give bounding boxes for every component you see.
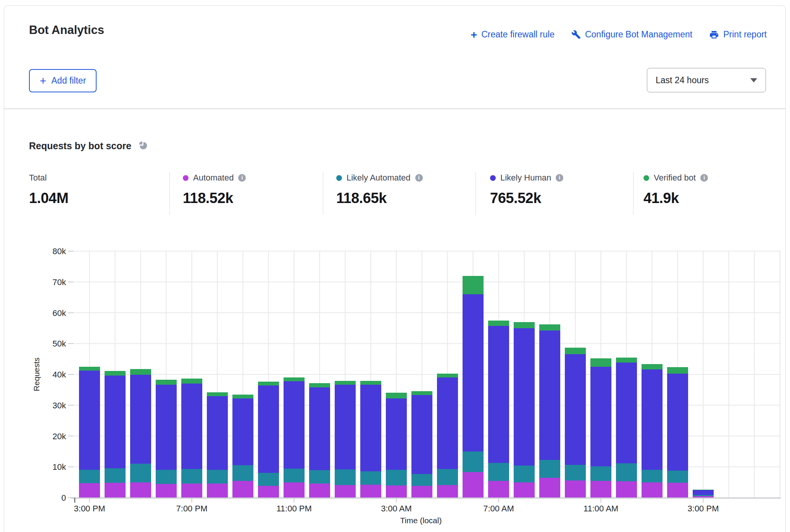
bar-segment[interactable] — [156, 385, 177, 470]
bar-segment[interactable] — [105, 468, 126, 483]
bar-segment[interactable] — [463, 472, 484, 498]
bar-segment[interactable] — [642, 369, 663, 469]
bar-segment[interactable] — [207, 484, 228, 498]
bar-segment[interactable] — [335, 469, 356, 485]
bar-segment[interactable] — [335, 485, 356, 498]
bar-segment[interactable] — [258, 382, 279, 385]
bar-segment[interactable] — [411, 395, 432, 474]
bar-segment[interactable] — [105, 483, 126, 498]
bar-segment[interactable] — [335, 385, 356, 469]
bar-segment[interactable] — [386, 393, 407, 398]
bar-segment[interactable] — [130, 464, 151, 482]
bar-segment[interactable] — [616, 358, 637, 363]
bar-segment[interactable] — [386, 485, 407, 498]
bar-segment[interactable] — [539, 460, 560, 478]
bar-segment[interactable] — [616, 463, 637, 481]
bar-segment[interactable] — [309, 387, 330, 470]
bar-segment[interactable] — [284, 469, 305, 482]
bar-segment[interactable] — [130, 482, 151, 498]
bar-segment[interactable] — [105, 376, 126, 468]
bar-segment[interactable] — [207, 396, 228, 470]
bar-segment[interactable] — [514, 322, 535, 328]
bar-segment[interactable] — [539, 324, 560, 330]
bar-segment[interactable] — [258, 473, 279, 486]
bar-segment[interactable] — [667, 367, 688, 374]
bar-segment[interactable] — [488, 463, 509, 481]
bar-segment[interactable] — [463, 451, 484, 472]
bar-segment[interactable] — [181, 469, 202, 484]
bar-segment[interactable] — [463, 294, 484, 451]
bar-segment[interactable] — [309, 484, 330, 498]
bar-segment[interactable] — [284, 482, 305, 498]
bar-segment[interactable] — [258, 385, 279, 473]
bar-segment[interactable] — [360, 385, 381, 471]
bar-segment[interactable] — [565, 480, 586, 498]
bar-segment[interactable] — [488, 481, 509, 498]
bar-segment[interactable] — [411, 474, 432, 486]
bar-segment[interactable] — [232, 395, 253, 398]
bar-segment[interactable] — [156, 484, 177, 498]
bar-segment[interactable] — [667, 374, 688, 471]
bar-segment[interactable] — [437, 485, 458, 498]
bar-segment[interactable] — [514, 466, 535, 482]
bar-segment[interactable] — [207, 392, 228, 396]
bar-segment[interactable] — [105, 371, 126, 376]
bar-segment[interactable] — [642, 470, 663, 483]
bar-segment[interactable] — [590, 358, 611, 367]
bar-segment[interactable] — [232, 465, 253, 480]
bar-segment[interactable] — [514, 328, 535, 466]
bar-segment[interactable] — [437, 377, 458, 469]
bar-segment[interactable] — [514, 482, 535, 498]
bar-segment[interactable] — [488, 321, 509, 326]
bar-segment[interactable] — [79, 371, 100, 469]
bar-segment[interactable] — [386, 470, 407, 485]
bar-segment[interactable] — [590, 481, 611, 498]
bar-segment[interactable] — [642, 364, 663, 370]
bar-segment[interactable] — [130, 369, 151, 375]
bar-segment[interactable] — [284, 377, 305, 381]
bar-segment[interactable] — [284, 381, 305, 469]
bar-segment[interactable] — [463, 276, 484, 294]
bar-segment[interactable] — [386, 398, 407, 470]
bar-segment[interactable] — [539, 330, 560, 460]
bar-segment[interactable] — [79, 483, 100, 498]
bar-segment[interactable] — [437, 374, 458, 377]
bar-segment[interactable] — [309, 470, 330, 484]
bar-segment[interactable] — [565, 465, 586, 480]
bar-segment[interactable] — [156, 470, 177, 484]
bar-segment[interactable] — [693, 490, 714, 495]
bar-segment[interactable] — [360, 485, 381, 498]
bar-segment[interactable] — [437, 469, 458, 485]
bar-segment[interactable] — [616, 481, 637, 498]
bar-segment[interactable] — [181, 384, 202, 469]
bar-segment[interactable] — [335, 381, 356, 385]
bar-segment[interactable] — [232, 481, 253, 498]
bar-segment[interactable] — [411, 391, 432, 395]
bar-segment[interactable] — [693, 495, 714, 496]
bar-segment[interactable] — [232, 398, 253, 465]
bar-segment[interactable] — [693, 496, 714, 498]
bar-segment[interactable] — [411, 486, 432, 498]
bar-segment[interactable] — [539, 478, 560, 498]
bar-segment[interactable] — [181, 484, 202, 498]
bar-segment[interactable] — [130, 375, 151, 464]
bar-segment[interactable] — [207, 470, 228, 484]
bar-segment[interactable] — [667, 483, 688, 498]
bar-segment[interactable] — [693, 490, 714, 490]
bar-segment[interactable] — [590, 367, 611, 466]
bar-segment[interactable] — [667, 471, 688, 483]
bar-segment[interactable] — [309, 383, 330, 387]
bar-segment[interactable] — [360, 471, 381, 485]
bar-segment[interactable] — [258, 486, 279, 498]
bar-segment[interactable] — [565, 354, 586, 465]
bar-segment[interactable] — [616, 363, 637, 463]
bar-segment[interactable] — [565, 348, 586, 354]
bar-segment[interactable] — [79, 470, 100, 484]
bar-segment[interactable] — [156, 380, 177, 385]
bar-segment[interactable] — [642, 482, 663, 498]
bar-segment[interactable] — [488, 326, 509, 463]
bar-segment[interactable] — [360, 381, 381, 385]
bar-segment[interactable] — [181, 379, 202, 384]
bar-segment[interactable] — [79, 367, 100, 371]
bar-segment[interactable] — [590, 466, 611, 481]
